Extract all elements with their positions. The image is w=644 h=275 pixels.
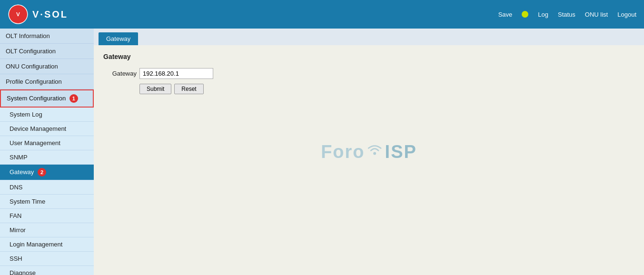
- onu-list-link[interactable]: ONU list: [585, 11, 608, 18]
- vsol-logo-icon: V: [8, 4, 29, 25]
- sidebar-subitem-system-log[interactable]: System Log: [0, 108, 94, 122]
- status-link[interactable]: Status: [558, 11, 575, 18]
- content-area: Gateway Gateway Submit Reset: [94, 45, 644, 275]
- vsol-brand-text: V·SOL: [32, 9, 68, 20]
- sidebar-subitem-ssh[interactable]: SSH: [0, 252, 94, 266]
- logout-link[interactable]: Logout: [617, 11, 636, 18]
- status-indicator: [522, 11, 528, 18]
- logo-area: V V·SOL: [8, 4, 101, 25]
- sidebar-subitem-mirror[interactable]: Mirror: [0, 223, 94, 237]
- sidebar-subitem-dns[interactable]: DNS: [0, 180, 94, 195]
- header-right: Save Log Status ONU list Logout: [498, 11, 636, 18]
- tab-bar: Gateway: [94, 29, 644, 45]
- log-link[interactable]: Log: [538, 11, 548, 18]
- sidebar-subitem-diagnose[interactable]: Diagnose: [0, 266, 94, 275]
- save-button[interactable]: Save: [498, 11, 513, 18]
- sidebar-item-system-configuration[interactable]: System Configuration 1: [0, 89, 94, 108]
- system-config-badge: 1: [69, 94, 78, 103]
- sidebar-item-profile-configuration[interactable]: Profile Configuration: [0, 74, 94, 89]
- content-title: Gateway: [103, 53, 634, 60]
- svg-text:V: V: [16, 11, 20, 17]
- sidebar: OLT Information OLT Configuration ONU Co…: [0, 29, 94, 275]
- sidebar-subitem-device-management[interactable]: Device Management: [0, 122, 94, 136]
- gateway-badge: 2: [38, 168, 46, 177]
- sidebar-subitem-gateway[interactable]: Gateway 2: [0, 165, 94, 180]
- sidebar-subitem-system-time[interactable]: System Time: [0, 195, 94, 209]
- sidebar-item-olt-configuration[interactable]: OLT Configuration: [0, 44, 94, 59]
- submit-button[interactable]: Submit: [139, 84, 171, 94]
- sidebar-item-onu-configuration[interactable]: ONU Configuration: [0, 59, 94, 74]
- sidebar-item-olt-information[interactable]: OLT Information: [0, 29, 94, 44]
- gateway-field-label: Gateway: [103, 70, 137, 77]
- sidebar-subitem-fan[interactable]: FAN: [0, 209, 94, 223]
- sidebar-subitem-user-management[interactable]: User Management: [0, 136, 94, 150]
- reset-button[interactable]: Reset: [174, 84, 203, 94]
- gateway-tab[interactable]: Gateway: [99, 32, 138, 45]
- gateway-input[interactable]: [139, 68, 213, 79]
- form-button-row: Submit Reset: [139, 84, 634, 94]
- sidebar-subitem-login-management[interactable]: Login Management: [0, 237, 94, 252]
- gateway-form-row: Gateway: [103, 68, 634, 79]
- sidebar-subitem-snmp[interactable]: SNMP: [0, 150, 94, 165]
